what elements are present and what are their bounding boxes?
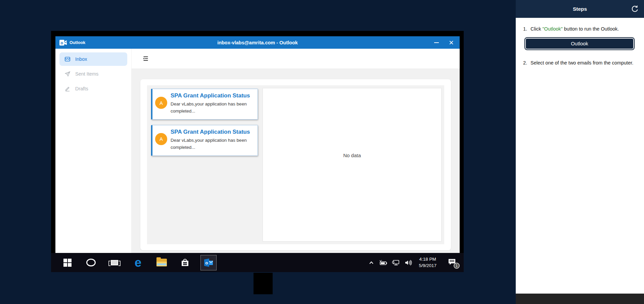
avatar: A: [155, 97, 167, 109]
steps-panel: Steps 1. Click "Outlook" button to run t…: [516, 0, 644, 304]
mail-card-container: A SPA Grant Application Status Dear vLab…: [140, 79, 451, 250]
sidebar-item-inbox[interactable]: Inbox: [59, 52, 127, 66]
screen-artifact: [254, 273, 273, 294]
action-center-button[interactable]: 1: [448, 258, 456, 267]
window-titlebar: o Outlook inbox-vlabs@amrita.com - Outlo…: [55, 36, 460, 49]
svg-text:o: o: [205, 260, 208, 265]
outlook-taskbar-button[interactable]: o: [197, 253, 220, 272]
clock-time: 4:18 PM: [419, 256, 436, 263]
steps-body: 1. Click "Outlook" button to run the Out…: [516, 18, 644, 67]
taskbar-clock[interactable]: 4:18 PM 5/9/2017: [419, 256, 436, 269]
network-icon[interactable]: [392, 260, 400, 266]
email-item-2[interactable]: A SPA Grant Application Status Dear vLab…: [151, 125, 258, 156]
battery-icon[interactable]: [379, 260, 387, 266]
sidebar-item-drafts[interactable]: Drafts: [59, 82, 127, 95]
mail-toolbar: [132, 49, 460, 69]
desktop: o Outlook inbox-vlabs@amrita.com - Outlo…: [51, 31, 464, 272]
step-2: 2. Select one of the two emails from the…: [523, 59, 636, 67]
step-number: 1.: [523, 26, 531, 33]
outlook-icon: o: [200, 255, 217, 270]
volume-icon[interactable]: [404, 260, 412, 266]
email-subject: SPA Grant Application Status: [171, 129, 250, 135]
clock-date: 5/9/2017: [419, 263, 436, 269]
sidebar-item-sent-items[interactable]: Sent Items: [59, 67, 127, 81]
start-button[interactable]: [56, 253, 79, 272]
highlighted-term: "Outlook": [542, 26, 562, 32]
email-subject: SPA Grant Application Status: [171, 92, 250, 99]
steps-header: Steps: [516, 0, 644, 18]
outlook-button-ring: Outlook: [524, 37, 635, 50]
sidebar-item-label: Sent Items: [75, 71, 98, 77]
email-list: A SPA Grant Application Status Dear vLab…: [150, 88, 263, 242]
send-icon: [64, 71, 71, 77]
outlook-run-button[interactable]: Outlook: [526, 39, 633, 49]
svg-text:o: o: [61, 40, 63, 45]
pencil-icon: [64, 86, 71, 92]
task-view-icon: [111, 260, 118, 265]
taskbar: e: [51, 253, 464, 272]
cortana-button[interactable]: [79, 253, 103, 272]
sidebar-item-label: Drafts: [75, 86, 88, 91]
cortana-icon: [86, 259, 96, 266]
windows-logo-icon: [63, 259, 72, 267]
email-preview: Dear vLabs,your application has been com…: [171, 137, 250, 151]
email-item-1[interactable]: A SPA Grant Application Status Dear vLab…: [151, 89, 258, 120]
window-body: Inbox Sent Items Drafts: [55, 49, 460, 253]
sidebar: Inbox Sent Items Drafts: [55, 49, 132, 253]
task-view-button[interactable]: [103, 253, 126, 272]
titlebar-app-name: Outlook: [70, 40, 85, 45]
edge-button[interactable]: e: [126, 253, 150, 272]
collapse-menu-icon[interactable]: [142, 55, 149, 62]
reading-pane: No data: [263, 88, 442, 242]
notification-badge: 1: [454, 263, 460, 269]
steps-title: Steps: [573, 6, 587, 12]
step-number: 2.: [523, 59, 531, 67]
minimize-button[interactable]: [434, 42, 439, 43]
step-text: Select one of the two emails from the co…: [531, 59, 633, 67]
file-explorer-icon: [156, 259, 167, 266]
edge-icon: e: [135, 258, 142, 268]
inbox-mail-icon: [64, 56, 71, 62]
step-text: Click "Outlook" button to run the Outloo…: [531, 26, 619, 33]
avatar: A: [155, 133, 167, 145]
sidebar-item-label: Inbox: [75, 56, 87, 62]
store-icon: [180, 258, 190, 267]
refresh-icon: [631, 5, 639, 13]
refresh-button[interactable]: [631, 0, 639, 18]
outlook-window: o Outlook inbox-vlabs@amrita.com - Outlo…: [55, 36, 460, 253]
file-explorer-button[interactable]: [150, 253, 173, 272]
window-title: inbox-vlabs@amrita.com - Outlook: [55, 40, 460, 45]
store-button[interactable]: [173, 253, 197, 272]
step-1: 1. Click "Outlook" button to run the Out…: [523, 26, 636, 33]
close-button[interactable]: ×: [449, 40, 454, 46]
mail-panel: A SPA Grant Application Status Dear vLab…: [147, 85, 444, 244]
hidden-icons-chevron[interactable]: [368, 260, 374, 265]
email-preview: Dear vLabs,your application has been com…: [171, 101, 250, 115]
main-area: A SPA Grant Application Status Dear vLab…: [132, 49, 460, 253]
mail-content: A SPA Grant Application Status Dear vLab…: [132, 69, 460, 253]
steps-footer-bar: [516, 294, 644, 304]
no-data-text: No data: [263, 153, 441, 158]
outlook-logo-icon: o: [59, 39, 67, 47]
